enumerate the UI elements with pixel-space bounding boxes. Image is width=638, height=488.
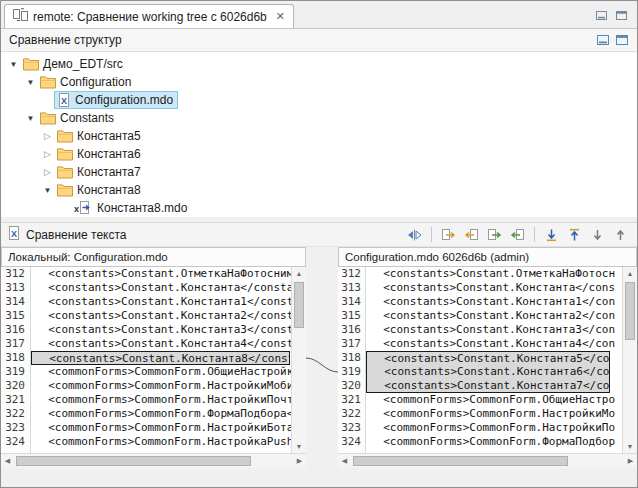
code-line[interactable]: <constants>Constant.Константа1</con (366, 295, 622, 309)
editor-tab[interactable]: remote: Сравнение working tree с 6026d6b… (4, 4, 294, 28)
left-hscroll-thumb[interactable] (16, 456, 251, 466)
maximize-editor-icon[interactable] (615, 10, 628, 21)
tree-item-content[interactable]: Демо_EDT/src (20, 55, 128, 73)
line-number: 313 (338, 281, 361, 295)
right-vertical-scrollbar[interactable]: ▲ ▼ (622, 267, 637, 453)
copy-all-left-to-right-icon[interactable] (438, 225, 459, 244)
structure-compare-header: Сравнение структур (1, 29, 637, 52)
expand-arrow-icon[interactable]: ▷ (41, 167, 54, 177)
line-number: 319 (338, 365, 361, 379)
scroll-down-icon[interactable]: ▼ (623, 440, 637, 453)
code-line[interactable]: <commonForms>CommonForm.НастройкиПочт (31, 393, 291, 407)
scroll-down-icon[interactable]: ▼ (292, 440, 306, 453)
collapse-arrow-icon[interactable]: ▼ (24, 78, 37, 87)
right-line-numbers: 312313314315316317318319320321322323324 (338, 267, 366, 453)
tree-item-content[interactable]: Configuration (37, 73, 136, 91)
next-difference-icon[interactable] (541, 225, 562, 244)
code-line[interactable]: <commonForms>CommonForm.ОбщиеНастройк (31, 365, 291, 379)
code-line[interactable]: <constants>Constant.Константа2</con (366, 309, 622, 323)
next-change-icon[interactable] (587, 225, 608, 244)
code-line[interactable]: <constants>Constant.ОтметкаНаФотосним (31, 267, 291, 281)
previous-difference-icon[interactable] (564, 225, 585, 244)
tree-item-content[interactable]: Constants (37, 109, 119, 127)
collapse-arrow-icon[interactable]: ▼ (7, 60, 20, 69)
switch-merge-direction-icon[interactable] (404, 225, 425, 244)
line-number: 315 (338, 309, 361, 323)
code-line[interactable]: <constants>Constant.ОтметкаНаФотосн (366, 267, 622, 281)
pane-headers: Локальный: Configuration.mdo Configurati… (1, 247, 637, 267)
line-number: 324 (338, 435, 361, 449)
left-code-pane: 312313314315316317318319320321322323324 … (1, 267, 306, 453)
tree-item-константа5[interactable]: ▷Константа5 (1, 127, 637, 145)
code-line[interactable]: <commonForms>CommonForm.НастройкаPush (31, 435, 291, 449)
scroll-right-icon[interactable]: ▶ (624, 454, 637, 468)
collapse-arrow-icon[interactable]: ▼ (41, 186, 54, 195)
maximize-view-icon[interactable] (615, 34, 629, 46)
scroll-up-icon[interactable]: ▲ (623, 267, 637, 280)
code-line[interactable]: <commonForms>CommonForm.НастройкиМо (366, 407, 622, 421)
previous-change-icon[interactable] (610, 225, 631, 244)
left-code-area[interactable]: <constants>Constant.ОтметкаНаФотосним <c… (31, 267, 291, 453)
scroll-up-icon[interactable]: ▲ (292, 267, 306, 280)
code-line[interactable]: <constants>Constant.Константа4</con (366, 337, 622, 351)
right-code-area[interactable]: <constants>Constant.ОтметкаНаФотосн <con… (366, 267, 622, 453)
tree-item-константа7[interactable]: ▷Константа7 (1, 163, 637, 181)
code-line[interactable]: <commonForms>CommonForm.ФормаПодбор (366, 435, 622, 449)
minimize-editor-icon[interactable] (595, 10, 608, 21)
tree-item-content[interactable]: Константа7 (54, 163, 146, 181)
minimize-view-icon[interactable] (596, 34, 610, 46)
code-line[interactable]: <commonForms>CommonForm.ОбщиеНастро (366, 393, 622, 407)
expand-arrow-icon[interactable]: ▷ (41, 131, 54, 141)
tree-item-content[interactable]: XConfiguration.mdo (54, 91, 178, 109)
tree-item-content[interactable]: xКонстанта8.mdo (71, 199, 192, 217)
code-line[interactable]: <commonForms>CommonForm.НастройкиБота (31, 421, 291, 435)
tree-item-configuration[interactable]: ▼Configuration (1, 73, 637, 91)
copy-current-left-to-right-icon[interactable] (484, 225, 505, 244)
code-line[interactable]: <commonForms>CommonForm.НастройкиПо (366, 421, 622, 435)
code-line[interactable]: <commonForms>CommonForm.НастройкиМоби (31, 379, 291, 393)
tree-item-label: Configuration (60, 75, 131, 89)
code-line[interactable]: <constants>Constant.Константа8</const (31, 351, 290, 365)
line-number: 314 (1, 295, 25, 309)
collapse-arrow-icon[interactable]: ▼ (24, 114, 37, 123)
code-line[interactable]: <constants>Constant.Константа2</const (31, 309, 291, 323)
structure-header-icons (596, 34, 629, 46)
tree-item-константа8.mdo[interactable]: xКонстанта8.mdo (1, 199, 637, 217)
tab-close-icon[interactable]: ✕ (276, 10, 285, 23)
tree-item-label: Configuration.mdo (75, 93, 173, 107)
code-line[interactable]: <constants>Constant.Константа7</con (366, 379, 610, 393)
tree-item-content[interactable]: Константа5 (54, 127, 146, 145)
code-line[interactable]: <constants>Constant.Константа3</con (366, 323, 622, 337)
scroll-left-icon[interactable]: ◀ (1, 454, 14, 468)
scroll-left-icon[interactable]: ◀ (338, 454, 351, 468)
scroll-right-icon[interactable]: ▶ (293, 454, 306, 468)
code-line[interactable]: <constants>Constant.Константа3</const (31, 323, 291, 337)
left-vertical-scrollbar[interactable]: ▲ ▼ (291, 267, 306, 453)
tree-item-content[interactable]: Константа6 (54, 145, 146, 163)
tree-item-константа8[interactable]: ▼Константа8 (1, 181, 637, 199)
toolbar-separator (431, 227, 432, 242)
code-line[interactable]: <constants>Constant.Константа6</con (366, 365, 610, 379)
file-x-icon: X (57, 93, 71, 107)
left-horizontal-scrollbar[interactable]: ◀ ▶ (1, 453, 306, 468)
tree-item-configuration.mdo[interactable]: XConfiguration.mdo (1, 91, 637, 109)
tree-item-label: Constants (60, 111, 114, 125)
code-line[interactable]: <constants>Constant.Константа4</const (31, 337, 291, 351)
code-line[interactable]: <constants>Constant.Константа</cons (366, 281, 622, 295)
code-line[interactable]: <commonForms>CommonForm.ФормаПодбора< (31, 407, 291, 421)
copy-current-right-to-left-icon[interactable] (507, 225, 528, 244)
right-hscroll-thumb[interactable] (353, 456, 568, 466)
expand-arrow-icon[interactable]: ▷ (41, 149, 54, 159)
tree-item-демо_edt-src[interactable]: ▼Демо_EDT/src (1, 55, 637, 73)
code-line[interactable]: <constants>Constant.Константа5</con (366, 351, 610, 365)
left-vscroll-thumb[interactable] (294, 282, 304, 328)
right-horizontal-scrollbar[interactable]: ◀ ▶ (338, 453, 637, 468)
code-line[interactable]: <constants>Constant.Константа</consta (31, 281, 291, 295)
tree-item-content[interactable]: Константа8 (54, 181, 146, 199)
horizontal-scrollbars: ◀ ▶ ◀ ▶ (1, 453, 637, 468)
tree-item-constants[interactable]: ▼Constants (1, 109, 637, 127)
copy-all-right-to-left-icon[interactable] (461, 225, 482, 244)
tree-item-константа6[interactable]: ▷Константа6 (1, 145, 637, 163)
code-line[interactable]: <constants>Constant.Константа1</const (31, 295, 291, 309)
right-vscroll-thumb[interactable] (625, 282, 635, 340)
